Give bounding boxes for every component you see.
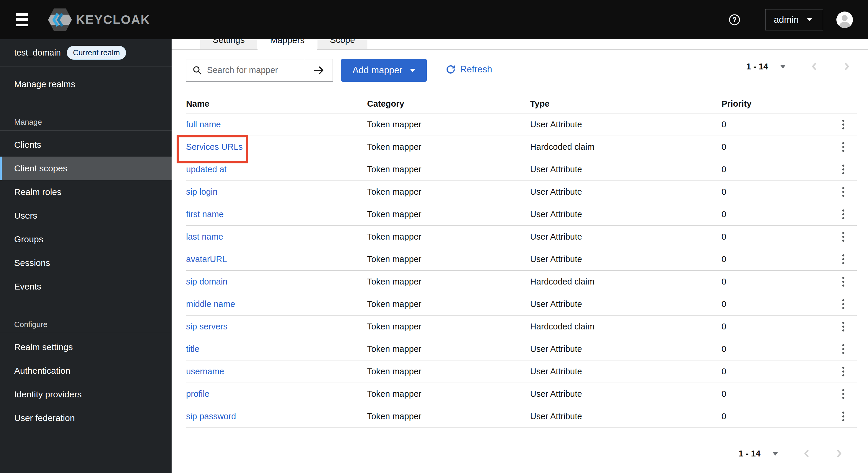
sidebar-item-sessions[interactable]: Sessions [0,251,172,275]
kebab-menu-icon[interactable] [839,409,847,424]
kebab-menu-icon[interactable] [839,207,847,222]
mapper-link[interactable]: Services URLs [186,142,243,152]
table-row: last name Token mapper User Attribute 0 [186,226,857,248]
cell-priority: 0 [721,344,830,354]
sidebar-item-client-scopes[interactable]: Client scopes [0,156,172,180]
chevron-left-icon[interactable] [810,61,818,72]
mapper-link[interactable]: avatarURL [186,255,227,264]
kebab-menu-icon[interactable] [839,161,847,177]
cell-type: User Attribute [530,232,721,242]
cell-type: User Attribute [530,165,721,174]
cell-priority: 0 [721,209,830,219]
cell-type: User Attribute [530,344,721,354]
kebab-menu-icon[interactable] [839,341,847,357]
cell-priority: 0 [721,322,830,331]
main-content: Settings Mappers Scope Add mapper [172,39,868,473]
sidebar-item-user-federation[interactable]: User federation [0,406,172,430]
chevron-right-icon[interactable] [835,448,843,459]
keycloak-logo-text: KEYCLOAK [76,13,150,27]
mapper-link[interactable]: sip servers [186,322,227,331]
nav-section-header-manage: Manage [0,114,172,130]
sidebar-item-manage-realms[interactable]: Manage realms [0,72,172,96]
column-header-name: Name [186,99,367,109]
mapper-link[interactable]: username [186,367,224,376]
cell-category: Token mapper [367,277,530,287]
sidebar-item-groups[interactable]: Groups [0,228,172,251]
help-icon[interactable]: ? [727,12,742,27]
sidebar-item-identity-providers[interactable]: Identity providers [0,383,172,406]
table-row: updated at Token mapper User Attribute 0 [186,158,857,181]
chevron-right-icon[interactable] [843,61,851,72]
cell-category: Token mapper [367,165,530,174]
sidebar-item-clients[interactable]: Clients [0,133,172,156]
nav-section-header-configure: Configure [0,316,172,333]
refresh-label: Refresh [460,64,492,75]
kebab-menu-icon[interactable] [839,184,847,200]
mapper-link[interactable]: full name [186,120,221,129]
cell-priority: 0 [721,187,830,197]
keycloak-logo-icon [46,6,74,34]
kebab-menu-icon[interactable] [839,319,847,334]
mappers-table: Name Category Type Priority full name To… [186,94,857,428]
kebab-menu-icon[interactable] [839,364,847,379]
mapper-link[interactable]: sip login [186,187,217,197]
cell-type: User Attribute [530,367,721,376]
pagination-caret-icon[interactable] [780,65,786,68]
realm-name: test_domain [14,48,61,58]
caret-down-icon [807,18,812,21]
add-mapper-button[interactable]: Add mapper [341,59,427,82]
mapper-link[interactable]: middle name [186,299,235,309]
cell-type: Hardcoded claim [530,322,721,331]
cell-category: Token mapper [367,255,530,264]
add-mapper-label: Add mapper [353,65,403,76]
current-realm-badge: Current realm [67,46,126,60]
kebab-menu-icon[interactable] [839,139,847,155]
search-field[interactable] [186,59,305,81]
cell-category: Token mapper [367,367,530,376]
pagination-top: 1 - 14 [746,61,851,72]
cell-priority: 0 [721,299,830,309]
kebab-menu-icon[interactable] [839,229,847,245]
refresh-button[interactable]: Refresh [445,64,492,75]
cell-type: User Attribute [530,187,721,197]
mapper-link[interactable]: sip password [186,412,236,421]
sidebar-item-authentication[interactable]: Authentication [0,359,172,383]
cell-type: User Attribute [530,209,721,219]
cell-priority: 0 [721,165,830,174]
realm-selector[interactable]: test_domain Current realm [0,39,172,66]
pagination-caret-icon[interactable] [772,452,778,455]
kebab-menu-icon[interactable] [839,386,847,402]
mapper-link[interactable]: profile [186,389,209,398]
kebab-menu-icon[interactable] [839,252,847,267]
kebab-menu-icon[interactable] [839,117,847,132]
sidebar-item-events[interactable]: Events [0,275,172,298]
cell-type: Hardcoded claim [530,142,721,152]
mapper-link[interactable]: sip domain [186,277,227,286]
mapper-link[interactable]: updated at [186,165,226,174]
table-row: sip login Token mapper User Attribute 0 [186,181,857,203]
table-row: middle name Token mapper User Attribute … [186,293,857,316]
mapper-link[interactable]: first name [186,209,224,219]
hamburger-menu-icon[interactable] [16,13,28,26]
user-menu-dropdown[interactable]: admin [765,9,823,30]
table-row: Services URLs Token mapper Hardcoded cla… [186,136,857,158]
kebab-menu-icon[interactable] [839,296,847,312]
chevron-left-icon[interactable] [802,448,811,459]
sidebar-item-realm-settings[interactable]: Realm settings [0,335,172,359]
search-input[interactable] [207,65,305,75]
search-group [186,59,333,82]
mapper-link[interactable]: last name [186,232,223,241]
cell-category: Token mapper [367,344,530,354]
cell-category: Token mapper [367,187,530,197]
search-submit-button[interactable] [305,59,333,81]
cell-priority: 0 [721,367,830,376]
kebab-menu-icon[interactable] [839,274,847,290]
user-avatar-icon[interactable] [836,11,853,28]
sidebar-item-users[interactable]: Users [0,204,172,228]
cell-priority: 0 [721,232,830,242]
sidebar-item-realm-roles[interactable]: Realm roles [0,180,172,204]
arrow-right-icon [313,66,325,75]
user-menu-label: admin [774,14,799,25]
cell-category: Token mapper [367,209,530,219]
mapper-link[interactable]: title [186,344,199,354]
